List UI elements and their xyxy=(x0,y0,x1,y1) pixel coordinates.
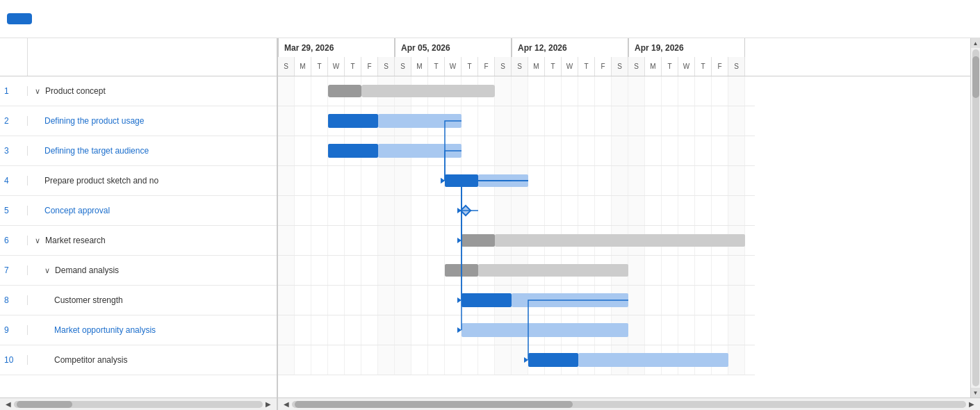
gantt-row xyxy=(278,286,755,315)
chevron-down-icon[interactable]: ∨ xyxy=(35,87,42,95)
gantt-day-col xyxy=(295,345,311,375)
gantt-day-col xyxy=(478,106,495,136)
gantt-day-col xyxy=(345,286,361,315)
gantt-day-col xyxy=(545,76,562,106)
left-body: 1∨ Product concept2Defining the product … xyxy=(0,76,277,397)
left-scrollbar: ◀ ▶ xyxy=(0,397,277,410)
gantt-day-col xyxy=(428,196,445,225)
gantt-day-col xyxy=(645,196,662,225)
gantt-day-col xyxy=(728,256,745,285)
gantt-day-col xyxy=(678,315,695,345)
gantt-day-col xyxy=(311,256,328,285)
gantt-day-col xyxy=(478,136,495,165)
table-row: 1∨ Product concept xyxy=(0,76,277,106)
gantt-day-col xyxy=(628,196,645,225)
gantt-h-scroll-thumb[interactable] xyxy=(295,401,573,408)
gantt-bar xyxy=(478,264,628,277)
gantt-day-col xyxy=(428,166,445,195)
gantt-day-col xyxy=(378,345,395,375)
day-cell: T xyxy=(428,57,445,76)
gantt-day-col xyxy=(278,286,295,315)
gantt-day-col xyxy=(578,76,595,106)
gantt-day-col xyxy=(662,256,678,285)
gantt-day-col xyxy=(578,136,595,165)
gantt-day-col xyxy=(662,166,678,195)
gantt-day-col xyxy=(311,315,328,345)
cell-id: 2 xyxy=(0,116,28,126)
gantt-day-col xyxy=(695,76,712,106)
day-cell: M xyxy=(645,57,662,76)
day-cell: M xyxy=(528,57,545,76)
header-bar xyxy=(0,0,980,38)
date-group: Mar 29, 2026 xyxy=(278,38,395,57)
chevron-down-icon[interactable]: ∨ xyxy=(35,236,42,245)
gantt-day-col xyxy=(528,166,545,195)
cell-id: 10 xyxy=(0,355,28,365)
gantt-day-col xyxy=(311,345,328,375)
day-cell: M xyxy=(295,57,311,76)
gantt-day-col xyxy=(411,345,428,375)
gantt-day-col xyxy=(678,166,695,195)
gantt-day-col xyxy=(595,106,612,136)
gantt-day-col xyxy=(528,136,545,165)
gantt-day-col xyxy=(628,76,645,106)
gantt-bar xyxy=(462,234,495,247)
gantt-day-col xyxy=(645,166,662,195)
gantt-day-col xyxy=(562,196,578,225)
gantt-day-col xyxy=(695,106,712,136)
gantt-bar xyxy=(361,85,495,97)
gantt-scroll-right-arrow[interactable]: ▶ xyxy=(966,400,977,408)
left-scroll-left-arrow[interactable]: ◀ xyxy=(3,400,14,408)
gantt-day-col xyxy=(295,136,311,165)
gantt-day-col xyxy=(395,166,411,195)
day-cell: M xyxy=(411,57,428,76)
gantt-day-col xyxy=(562,136,578,165)
day-cell: F xyxy=(478,57,495,76)
left-scroll-right-arrow[interactable]: ▶ xyxy=(263,400,274,408)
day-cell: S xyxy=(628,57,645,76)
gantt-day-col xyxy=(411,315,428,345)
gantt-day-col xyxy=(595,76,612,106)
gantt-bar xyxy=(378,144,462,158)
day-cell: S xyxy=(512,57,528,76)
left-h-scroll-thumb[interactable] xyxy=(17,401,72,408)
gantt-day-col xyxy=(595,196,612,225)
v-scroll-up-button[interactable]: ▲ xyxy=(971,38,981,48)
cell-id: 5 xyxy=(0,206,28,215)
cell-name: ∨ Product concept xyxy=(28,86,277,96)
gantt-day-col xyxy=(595,166,612,195)
gantt-day-col xyxy=(328,226,345,255)
chevron-down-icon[interactable]: ∨ xyxy=(44,266,52,274)
gantt-day-col xyxy=(345,315,361,345)
gantt-day-col xyxy=(295,106,311,136)
gantt-scroll-left-arrow[interactable]: ◀ xyxy=(281,400,292,408)
gantt-day-col xyxy=(528,106,545,136)
gantt-day-col xyxy=(595,136,612,165)
gantt-h-scroll-track[interactable] xyxy=(292,401,966,408)
gantt-day-col xyxy=(311,106,328,136)
gantt-day-col xyxy=(378,286,395,315)
gantt-row xyxy=(278,315,755,345)
cell-name: Defining the target audience xyxy=(28,146,277,156)
gantt-day-col xyxy=(411,256,428,285)
left-h-scroll-track[interactable] xyxy=(14,401,263,408)
gantt-day-col xyxy=(645,256,662,285)
gantt-day-col xyxy=(728,166,745,195)
gantt-day-col xyxy=(295,196,311,225)
gantt-day-col xyxy=(378,226,395,255)
table-row: 9Market opportunity analysis xyxy=(0,315,277,345)
predict-milestone-button[interactable] xyxy=(7,13,32,24)
date-group: Apr 12, 2026 xyxy=(512,38,628,57)
gantt-day-col xyxy=(445,345,462,375)
gantt-day-col xyxy=(328,286,345,315)
gantt-day-col xyxy=(695,256,712,285)
gantt-day-col xyxy=(512,196,528,225)
gantt-day-col xyxy=(462,106,478,136)
gantt-day-col xyxy=(278,136,295,165)
day-cell: W xyxy=(328,57,345,76)
gantt-day-col xyxy=(478,345,495,375)
gantt-day-col xyxy=(628,166,645,195)
gantt-day-col xyxy=(728,315,745,345)
gantt-day-col xyxy=(578,166,595,195)
gantt-day-col xyxy=(512,345,528,375)
